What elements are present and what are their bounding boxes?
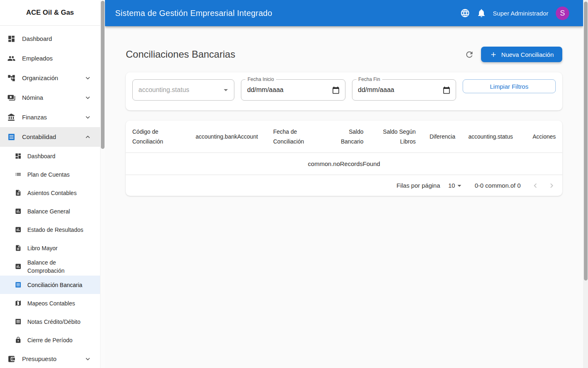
dashboard-icon <box>15 153 22 159</box>
receipt-icon <box>7 133 16 141</box>
sidebar-item-dashboard[interactable]: Dashboard <box>0 147 100 165</box>
dashboard-icon <box>7 35 16 43</box>
end-date-input[interactable]: Fecha Fin dd/mm/aaaa <box>352 79 456 101</box>
sidebar-item-label: Balance General <box>27 207 92 215</box>
clear-filters-button[interactable]: Limpiar Filtros <box>463 79 556 93</box>
filters-card: accounting.status Fecha Inicio dd/mm/aaa… <box>126 72 562 110</box>
sidebar-item-label: Nómina <box>22 94 84 102</box>
column-header-fecha-de-conciliacion: Fecha de Conciliación <box>267 121 324 153</box>
end-date-value: dd/mm/aaaa <box>358 86 443 94</box>
sidebar-item-label: Conciliación Bancaria <box>27 281 92 289</box>
sidebar-item-estado-de-resultados[interactable]: Estado de Resultados <box>0 220 100 239</box>
dropdown-arrow-icon <box>221 85 231 95</box>
sidebar-item-label: Contabilidad <box>22 133 84 141</box>
start-date-value: dd/mm/aaaa <box>247 86 332 94</box>
sidebar-item-empleados[interactable]: Empleados <box>0 49 100 68</box>
plus-icon <box>490 51 497 58</box>
column-header-codigo-de-conciliacion: Código de Conciliación <box>126 121 189 153</box>
clear-filters-label: Limpiar Filtros <box>490 83 528 90</box>
sidebar-item-nomina[interactable]: Nómina <box>0 88 100 108</box>
sidebar-item-label: Mapeos Contables <box>27 299 92 307</box>
page-header: Conciliaciones Bancarias Nueva Conciliac… <box>126 46 562 63</box>
chevron-down-icon <box>84 94 92 102</box>
sidebar-item-conciliacion-bancaria[interactable]: Conciliación Bancaria <box>0 276 100 294</box>
people-icon <box>7 54 16 63</box>
sidebar: ACE Oil & Gas DashboardEmpleadosOrganiza… <box>0 0 100 368</box>
chevron-down-icon <box>84 74 92 82</box>
sidebar-item-balance-general[interactable]: Balance General <box>0 202 100 220</box>
page-title: Conciliaciones Bancarias <box>126 49 461 60</box>
start-date-input[interactable]: Fecha Inicio dd/mm/aaaa <box>241 79 345 101</box>
reconciliations-table: Código de Conciliaciónaccounting.bankAcc… <box>126 121 562 175</box>
bank-icon <box>7 113 16 121</box>
chevron-down-icon <box>84 355 92 363</box>
calendar-icon[interactable] <box>332 86 340 94</box>
table-header-row: Código de Conciliaciónaccounting.bankAcc… <box>126 121 562 153</box>
bar-chart-icon <box>15 226 22 233</box>
notifications-button[interactable] <box>473 5 490 21</box>
column-header-accounting-status: accounting.status <box>462 121 523 153</box>
next-page-button[interactable] <box>543 177 560 194</box>
reconciliations-table-card: Código de Conciliaciónaccounting.bankAcc… <box>126 121 562 196</box>
sidebar-scrollbar-thumb[interactable] <box>101 1 105 149</box>
bar-chart-icon <box>15 208 22 215</box>
sidebar-item-dashboard[interactable]: Dashboard <box>0 29 100 49</box>
empty-row: common.noRecordsFound <box>126 153 562 175</box>
sidebar-item-plan-de-cuentas[interactable]: Plan de Cuentas <box>0 165 100 184</box>
sidebar-item-contabilidad[interactable]: Contabilidad <box>0 127 100 147</box>
new-reconciliation-button[interactable]: Nueva Conciliación <box>481 47 562 62</box>
new-reconciliation-label: Nueva Conciliación <box>501 51 554 58</box>
end-date-label: Fecha Fin <box>356 76 382 82</box>
sidebar-item-label: Notas Crédito/Débito <box>27 318 92 326</box>
sidebar-item-label: Plan de Cuentas <box>27 171 92 179</box>
chevron-left-icon <box>531 181 540 190</box>
sidebar-item-mapeos-contables[interactable]: Mapeos Contables <box>0 294 100 312</box>
calendar-icon[interactable] <box>443 86 450 94</box>
empty-row-cell: common.noRecordsFound <box>126 153 562 175</box>
payments-icon <box>7 94 16 102</box>
start-date-label: Fecha Inicio <box>245 76 276 82</box>
bell-icon <box>477 8 486 18</box>
status-select-placeholder: accounting.status <box>138 86 221 94</box>
org-tree-icon <box>7 74 16 82</box>
sidebar-item-label: Libro Mayor <box>27 244 92 252</box>
previous-page-button[interactable] <box>527 177 543 194</box>
pagination: Filas por página 10 0-0 common.of 0 <box>126 175 562 196</box>
bar-chart-icon <box>15 263 22 270</box>
document-icon <box>15 245 22 251</box>
globe-icon <box>460 8 470 18</box>
refresh-button[interactable] <box>461 46 478 63</box>
sidebar-item-label: Finanzas <box>22 113 84 121</box>
refresh-icon <box>465 50 474 59</box>
sidebar-item-finanzas[interactable]: Finanzas <box>0 108 100 127</box>
sidebar-item-cierre-de-periodo[interactable]: Cierre de Período <box>0 331 100 349</box>
sidebar-item-label: Cierre de Período <box>27 336 92 344</box>
column-header-acciones: Acciones <box>523 121 562 153</box>
sidebar-item-libro-mayor[interactable]: Libro Mayor <box>0 239 100 257</box>
language-button[interactable] <box>457 5 473 21</box>
user-name: Super Administrador <box>493 10 548 17</box>
company-title: ACE Oil & Gas <box>0 0 100 26</box>
status-select[interactable]: accounting.status <box>132 79 234 101</box>
sidebar-item-presupuesto[interactable]: Presupuesto <box>0 349 100 368</box>
appbar-actions: Super Administrador S <box>457 5 573 21</box>
sidebar-item-label: Empleados <box>22 54 92 63</box>
page-scrollbar-thumb[interactable] <box>584 2 588 280</box>
sidebar-item-organizacion[interactable]: Organización <box>0 68 100 88</box>
appbar-title: Sistema de Gestión Empresarial Integrado <box>115 9 457 18</box>
sidebar-item-label: Estado de Resultados <box>27 226 92 234</box>
sidebar-scrollbar[interactable] <box>100 0 105 368</box>
sidebar-item-notas-credito-debito[interactable]: Notas Crédito/Débito <box>0 312 100 331</box>
avatar[interactable]: S <box>556 7 569 20</box>
column-header-diferencia: Diferencia <box>422 121 462 153</box>
sidebar-item-balance-de-comprobacion[interactable]: Balance de Comprobación <box>0 257 100 276</box>
receipt-icon <box>15 318 22 325</box>
sidebar-item-asientos-contables[interactable]: Asientos Contables <box>0 184 100 202</box>
dropdown-arrow-icon <box>455 181 464 190</box>
rows-per-page-select[interactable]: 10 <box>448 181 464 190</box>
page-scrollbar[interactable] <box>583 0 588 368</box>
sidebar-item-label: Asientos Contables <box>27 189 92 197</box>
wallet-icon <box>7 355 16 363</box>
receipt-icon <box>15 281 22 288</box>
chevron-up-icon <box>84 133 92 141</box>
